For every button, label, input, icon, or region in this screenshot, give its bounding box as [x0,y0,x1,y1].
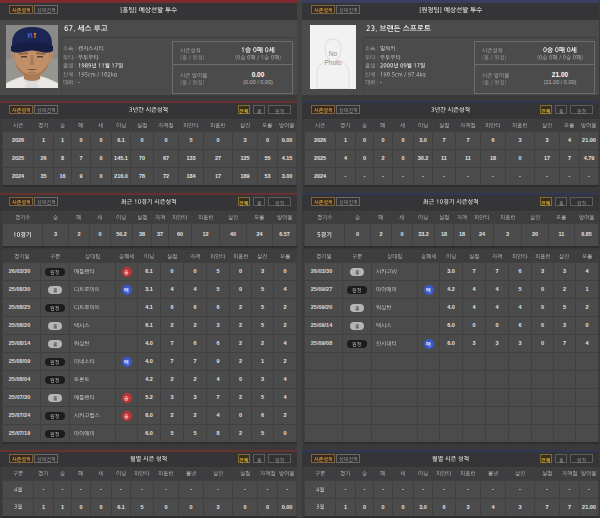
svg-text:No: No [329,50,338,57]
svg-text:Photo: Photo [325,59,342,66]
